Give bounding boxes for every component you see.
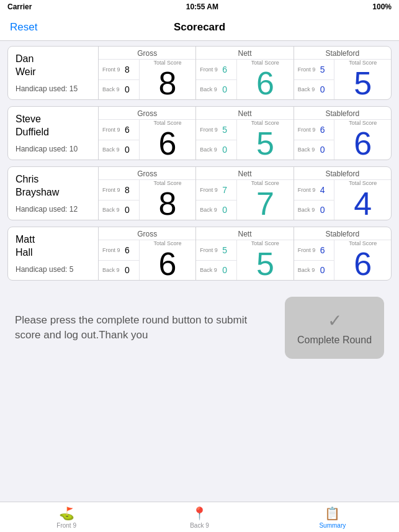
nett-back9-val-1: 0 (222, 84, 227, 94)
gross-total-val-3: 8 (159, 187, 177, 220)
nett-front9-cell-4: Front 9 5 (196, 240, 236, 261)
nett-header-2: Nett (196, 107, 293, 120)
gross-back9-label-1: Back 9 (102, 86, 125, 92)
gross-group-1: Gross Front 9 8 Back 9 0 (99, 47, 196, 99)
gross-front-back-4: Front 9 6 Back 9 0 (99, 240, 140, 280)
nett-front9-val-2: 5 (222, 125, 227, 135)
gross-front9-val-2: 6 (125, 125, 130, 135)
nett-front9-cell-3: Front 9 7 (196, 180, 236, 201)
gross-back9-cell-3: Back 9 0 (99, 201, 139, 220)
nett-back9-cell-4: Back 9 0 (196, 261, 236, 281)
nett-back9-cell-3: Back 9 0 (196, 201, 236, 220)
stableford-front9-cell-4: Front 9 6 (294, 240, 334, 261)
nett-back9-cell-1: Back 9 0 (196, 80, 236, 100)
player-info-3: ChrisBrayshaw Handicap used: 12 (8, 167, 98, 220)
stableford-back9-cell-1: Back 9 0 (294, 80, 334, 100)
checkmark-icon: ✓ (328, 310, 342, 331)
stableford-back9-val-1: 0 (320, 84, 325, 94)
nett-back9-label-1: Back 9 (200, 86, 222, 92)
gross-group-4: Gross Front 9 6 Back 9 0 (99, 227, 196, 280)
gross-front-back-3: Front 9 8 Back 9 0 (99, 180, 140, 220)
nett-back9-val-3: 0 (222, 205, 227, 215)
stableford-back9-label-3: Back 9 (298, 207, 320, 213)
stableford-front9-val-1: 5 (320, 65, 325, 74)
stableford-total-val-2: 6 (354, 127, 372, 160)
nett-front-back-2: Front 9 5 Back 9 0 (196, 120, 237, 160)
gross-front9-cell-1: Front 9 8 (99, 60, 139, 80)
gross-total-4: Total Score 6 (140, 240, 196, 280)
nett-total-val-3: 7 (256, 187, 274, 220)
nett-total-2: Total Score 5 (237, 120, 294, 160)
gross-header-3: Gross (99, 167, 195, 180)
stableford-header-3: Stableford (294, 167, 391, 180)
gross-total-1: Total Score 8 (140, 60, 196, 99)
stableford-front9-label-3: Front 9 (298, 187, 320, 193)
front9-icon: ⛳ (59, 506, 74, 521)
nett-front9-val-3: 7 (222, 185, 227, 195)
nett-front9-val-1: 6 (222, 65, 227, 74)
player-name-2: SteveDuffield (16, 113, 91, 139)
gross-group-3: Gross Front 9 8 Back 9 0 (99, 167, 196, 220)
gross-back9-cell-2: Back 9 0 (99, 140, 139, 160)
gross-front-back-2: Front 9 6 Back 9 0 (99, 120, 140, 160)
nett-total-1: Total Score 6 (237, 60, 294, 99)
stableford-total-4: Total Score 6 (334, 240, 391, 280)
stableford-front9-val-2: 6 (320, 125, 325, 135)
scores-section-3: Gross Front 9 8 Back 9 0 (98, 167, 391, 220)
reset-button[interactable]: Reset (10, 21, 37, 34)
nett-front-back-1: Front 9 6 Back 9 0 (196, 60, 237, 99)
nett-header-1: Nett (196, 47, 293, 60)
gross-front9-cell-4: Front 9 6 (99, 240, 139, 261)
stableford-total-1: Total Score 5 (334, 60, 391, 99)
tab-front9[interactable]: ⛳ Front 9 (0, 502, 133, 532)
gross-back9-label-2: Back 9 (102, 147, 125, 153)
nett-group-3: Nett Front 9 7 Back 9 0 (196, 167, 294, 220)
gross-front9-val-4: 6 (125, 245, 130, 255)
complete-round-button[interactable]: ✓ Complete Round (285, 297, 384, 359)
time-label: 10:55 AM (186, 2, 218, 11)
nett-group-1: Nett Front 9 6 Back 9 0 (196, 47, 294, 99)
nett-front9-label-1: Front 9 (200, 66, 222, 73)
player-info-2: SteveDuffield Handicap used: 10 (8, 107, 98, 160)
carrier-label: Carrier (7, 2, 32, 11)
player-handicap-2: Handicap used: 10 (16, 145, 91, 153)
battery-label: 100% (372, 2, 392, 11)
stableford-total-2: Total Score 6 (334, 120, 391, 160)
nett-front-back-4: Front 9 5 Back 9 0 (196, 240, 237, 280)
player-info-1: DanWeir Handicap used: 15 (8, 47, 98, 99)
gross-back9-cell-4: Back 9 0 (99, 261, 139, 281)
scores-section-1: Gross Front 9 8 Back 9 0 (98, 47, 391, 99)
nett-front9-cell-2: Front 9 5 (196, 120, 236, 140)
player-info-4: MattHall Handicap used: 5 (8, 227, 98, 280)
nett-back9-label-4: Back 9 (200, 267, 222, 273)
nett-back9-val-4: 0 (222, 265, 227, 275)
summary-label: Summary (319, 522, 346, 529)
stableford-front9-cell-1: Front 9 5 (294, 60, 334, 80)
nett-total-val-1: 6 (256, 67, 274, 99)
stableford-total-val-4: 6 (354, 248, 372, 280)
stableford-group-1: Stableford Front 9 5 Back 9 0 (294, 47, 391, 99)
gross-header-1: Gross (99, 47, 195, 60)
tab-summary[interactable]: 📋 Summary (266, 502, 399, 532)
player-name-4: MattHall (16, 233, 91, 259)
stableford-front9-label-2: Front 9 (298, 127, 320, 133)
stableford-back9-val-3: 0 (320, 205, 325, 215)
nett-front9-label-2: Front 9 (200, 127, 222, 133)
nett-front-back-3: Front 9 7 Back 9 0 (196, 180, 237, 220)
main-content: DanWeir Handicap used: 15 Gross Front 9 … (0, 41, 399, 409)
complete-round-label: Complete Round (297, 335, 372, 346)
complete-round-message: Please press the complete round button t… (15, 313, 275, 343)
stableford-back9-val-4: 0 (320, 265, 325, 275)
stableford-total-3: Total Score 4 (334, 180, 391, 220)
bottom-area: Please press the complete round button t… (7, 287, 392, 369)
page-title: Scorecard (174, 21, 225, 34)
tab-back9[interactable]: 📍 Back 9 (133, 502, 266, 532)
nett-total-val-2: 5 (256, 127, 274, 160)
summary-icon: 📋 (325, 506, 340, 521)
gross-back9-val-4: 0 (125, 265, 130, 275)
gross-header-2: Gross (99, 107, 195, 120)
gross-back9-val-3: 0 (125, 205, 130, 215)
player-card-2: SteveDuffield Handicap used: 10 Gross Fr… (7, 106, 392, 160)
gross-front9-cell-2: Front 9 6 (99, 120, 139, 140)
gross-front9-label-3: Front 9 (102, 187, 125, 193)
